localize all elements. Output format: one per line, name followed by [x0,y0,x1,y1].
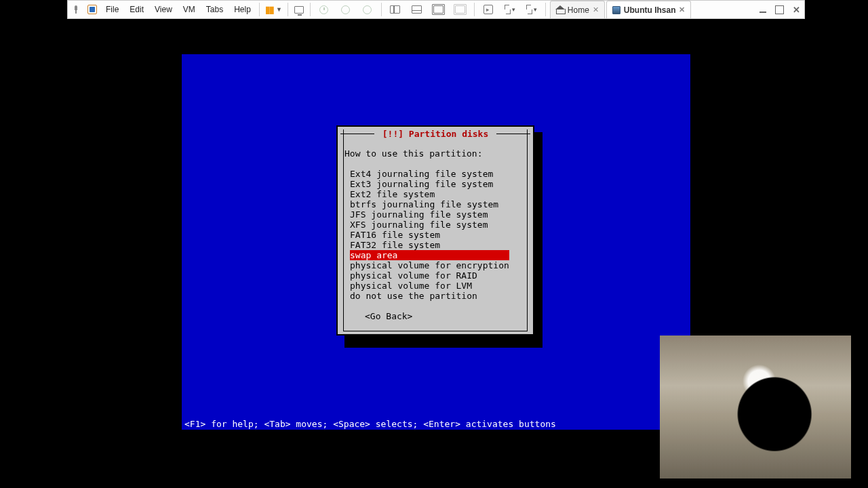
close-tab-icon[interactable]: ✕ [679,5,685,14]
minimize-button[interactable] [757,4,768,15]
console-icon[interactable]: ▸ [483,4,494,15]
partition-dialog: [!!] Partition disks How to use this par… [336,125,534,336]
power-dropdown-icon[interactable]: ▼ [276,6,282,13]
installer-help-bar: <F1> for help; <Tab> moves; <Space> sele… [182,418,690,430]
partition-option[interactable]: Ext2 file system [350,189,509,199]
split-vertical-icon[interactable] [390,4,401,15]
tab-ubuntu-ihsan[interactable]: Ubuntu Ihsan ✕ [606,1,692,18]
vbox-icon[interactable] [87,4,98,15]
vm-icon [612,6,620,14]
menu-file[interactable]: File [100,1,124,18]
pause-vm-button[interactable]: ▮▮ [265,4,273,15]
close-tab-icon[interactable]: ✕ [593,5,599,14]
exit-unity-icon [455,4,466,15]
menu-bar: File Edit View VM Tabs Help [100,1,256,18]
send-to-vm-icon[interactable] [294,4,304,15]
partition-option[interactable]: JFS journaling file system [350,209,509,220]
manage-snapshots-icon[interactable] [362,4,373,15]
partition-option[interactable]: physical volume for LVM [350,281,509,291]
tab-label: Ubuntu Ihsan [624,5,676,15]
tab-home[interactable]: Home ✕ [550,1,605,18]
view-controls [384,4,471,15]
vm-power-controls: ▮▮ ▼ [262,4,285,15]
dialog-prompt: How to use this partition: [344,148,483,159]
partition-option[interactable]: XFS journaling file system [350,220,509,230]
partition-option[interactable]: FAT32 file system [350,240,509,250]
home-icon [556,6,564,14]
menu-edit[interactable]: Edit [124,1,149,18]
menu-tabs[interactable]: Tabs [201,1,229,18]
partition-option[interactable]: FAT16 file system [350,230,509,240]
webcam-overlay [660,336,851,479]
snapshot-controls [313,4,378,15]
maximize-button[interactable] [775,5,784,14]
tab-label: Home [568,5,589,15]
split-horizontal-icon[interactable] [412,4,422,15]
window-controls: ✕ [757,1,802,18]
menu-vm[interactable]: VM [178,1,201,18]
pin-icon[interactable] [71,4,81,15]
go-back-button[interactable]: <Go Back> [365,311,412,321]
app-toolbar: File Edit View VM Tabs Help ▮▮ ▼ ▸ ▾ ▾ H… [67,0,805,19]
menu-help[interactable]: Help [229,1,256,18]
partition-use-options: Ext4 journaling file systemExt3 journali… [350,169,509,301]
menu-view[interactable]: View [149,1,178,18]
unity-icon[interactable] [433,4,444,15]
partition-option[interactable]: Ext4 journaling file system [350,169,509,179]
partition-option[interactable]: do not use the partition [350,291,509,301]
partition-option[interactable]: Ext3 journaling file system [350,179,509,189]
partition-option[interactable]: physical volume for RAID [350,270,509,281]
snapshot-icon[interactable] [319,4,330,15]
partition-option[interactable]: swap area [350,250,509,260]
revert-icon[interactable] [340,4,351,15]
stretch-icon[interactable]: ▾ [526,4,537,15]
fullscreen-icon[interactable]: ▾ [505,4,515,15]
console-controls: ▸ ▾ ▾ [477,4,542,15]
dialog-title: [!!] Partition disks [338,129,533,139]
partition-option[interactable]: physical volume for encryption [350,260,509,270]
partition-option[interactable]: btrfs journaling file system [350,199,509,209]
vm-tab-bar: Home ✕ Ubuntu Ihsan ✕ [550,1,693,18]
close-window-button[interactable]: ✕ [791,4,802,15]
